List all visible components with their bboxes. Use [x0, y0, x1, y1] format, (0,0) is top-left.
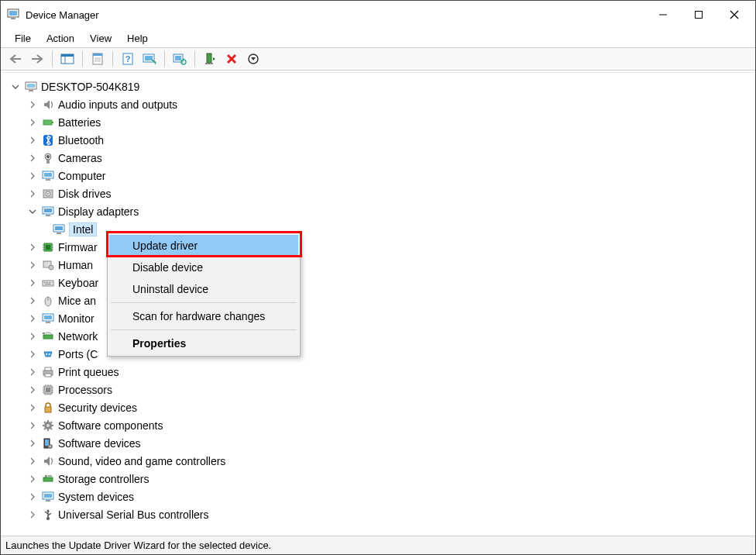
ctx-scan-hardware[interactable]: Scan for hardware changes — [109, 305, 298, 327]
scan-hardware-button[interactable] — [139, 50, 160, 68]
expander-icon[interactable] — [27, 242, 38, 253]
category-label: Firmwar — [58, 241, 98, 253]
svg-rect-64 — [49, 282, 50, 283]
usb-icon — [41, 508, 55, 522]
expander-icon[interactable] — [27, 171, 38, 181]
expander-icon[interactable] — [27, 349, 38, 360]
toolbar: ? — [1, 47, 755, 71]
menu-file[interactable]: File — [7, 31, 39, 46]
ctx-disable-device[interactable]: Disable device — [109, 257, 298, 278]
expander-icon[interactable] — [27, 188, 38, 199]
category-processors[interactable]: Processors — [5, 381, 754, 398]
camera-icon — [41, 151, 55, 165]
category-software-devices[interactable]: Software devices — [5, 434, 754, 452]
svg-rect-69 — [44, 315, 52, 319]
expander-icon[interactable] — [27, 438, 38, 449]
nav-forward-button[interactable] — [27, 50, 47, 68]
expander-icon[interactable] — [27, 402, 38, 413]
expander-icon[interactable] — [27, 278, 38, 288]
category-bluetooth[interactable]: Bluetooth — [5, 131, 754, 149]
category-label: Ports (C — [58, 348, 98, 360]
ctx-uninstall-device[interactable]: Uninstall device — [109, 278, 298, 300]
category-print-queues[interactable]: Print queues — [5, 363, 754, 381]
expander-open-icon[interactable] — [27, 206, 38, 217]
expander-icon[interactable] — [27, 295, 38, 306]
ctx-properties[interactable]: Properties — [109, 333, 298, 354]
category-storage-controllers[interactable]: Storage controllers — [5, 470, 754, 488]
help-button[interactable]: ? — [118, 50, 138, 68]
svg-rect-40 — [44, 173, 52, 177]
context-menu: Update driver Disable device Uninstall d… — [107, 233, 301, 357]
svg-line-99 — [44, 422, 46, 423]
category-label: Keyboar — [58, 277, 98, 289]
menu-help[interactable]: Help — [119, 31, 156, 46]
svg-rect-18 — [145, 56, 153, 60]
category-security[interactable]: Security devices — [5, 398, 754, 416]
category-batteries[interactable]: Batteries — [5, 113, 754, 131]
expander-icon[interactable] — [27, 117, 38, 128]
svg-point-60 — [49, 265, 53, 270]
svg-rect-111 — [46, 500, 50, 502]
bluetooth-icon — [41, 133, 55, 147]
svg-rect-52 — [46, 245, 50, 250]
svg-rect-49 — [55, 226, 63, 230]
close-button[interactable] — [716, 3, 752, 26]
svg-rect-92 — [45, 407, 51, 412]
svg-marker-29 — [251, 57, 256, 60]
category-disk-drives[interactable]: Disk drives — [5, 184, 754, 202]
show-hide-tree-button[interactable] — [57, 50, 77, 68]
expander-icon[interactable] — [27, 99, 38, 110]
minimize-button[interactable] — [645, 3, 681, 26]
expander-icon[interactable] — [27, 153, 38, 164]
expander-icon[interactable] — [27, 135, 38, 146]
expander-open-icon[interactable] — [10, 81, 21, 92]
menu-action[interactable]: Action — [39, 31, 82, 46]
expander-icon[interactable] — [27, 491, 38, 502]
category-usb[interactable]: Universal Serial Bus controllers — [5, 505, 754, 523]
category-display-adapters[interactable]: Display adapters — [5, 202, 754, 220]
expander-icon[interactable] — [27, 509, 38, 520]
svg-rect-2 — [11, 18, 15, 19]
update-driver-button[interactable] — [170, 50, 190, 68]
ctx-update-driver[interactable]: Update driver — [109, 235, 298, 257]
expander-icon[interactable] — [27, 367, 38, 377]
expander-icon[interactable] — [27, 331, 38, 342]
category-computer[interactable]: Computer — [5, 167, 754, 184]
svg-line-102 — [51, 422, 53, 423]
uninstall-device-button[interactable] — [222, 50, 242, 68]
category-label: Universal Serial Bus controllers — [58, 508, 209, 521]
expander-icon[interactable] — [27, 313, 38, 324]
nav-back-button[interactable] — [5, 50, 26, 68]
expander-icon[interactable] — [27, 456, 38, 467]
category-cameras[interactable]: Cameras — [5, 149, 754, 167]
menu-view[interactable]: View — [82, 31, 119, 46]
enable-device-button[interactable] — [200, 50, 220, 68]
category-sound[interactable]: Sound, video and game controllers — [5, 452, 754, 470]
category-label: Disk drives — [58, 188, 111, 200]
category-software-components[interactable]: Software components — [5, 416, 754, 434]
category-system-devices[interactable]: System devices — [5, 488, 754, 505]
svg-rect-50 — [57, 233, 61, 234]
svg-rect-1 — [9, 11, 17, 16]
ctx-separator — [111, 302, 297, 303]
svg-rect-107 — [43, 477, 53, 481]
maximize-button[interactable] — [681, 3, 716, 26]
tree-root[interactable]: DESKTOP-504K819 — [5, 78, 754, 95]
category-label: Storage controllers — [58, 473, 149, 485]
expander-icon[interactable] — [27, 384, 38, 395]
tree-root-label: DESKTOP-504K819 — [41, 81, 139, 93]
svg-marker-114 — [46, 509, 50, 512]
category-audio[interactable]: Audio inputs and outputs — [5, 95, 754, 113]
expander-icon[interactable] — [27, 260, 38, 271]
svg-rect-8 — [61, 54, 74, 57]
window-title: Device Manager — [26, 9, 99, 21]
expander-icon[interactable] — [27, 420, 38, 431]
svg-point-44 — [47, 193, 49, 195]
computer-icon — [41, 169, 55, 183]
svg-rect-23 — [207, 53, 211, 63]
expander-icon[interactable] — [27, 474, 38, 484]
disable-device-button[interactable] — [243, 50, 263, 68]
display-adapter-icon — [52, 222, 66, 236]
properties-button[interactable] — [88, 50, 108, 68]
category-label: Network — [58, 330, 98, 343]
